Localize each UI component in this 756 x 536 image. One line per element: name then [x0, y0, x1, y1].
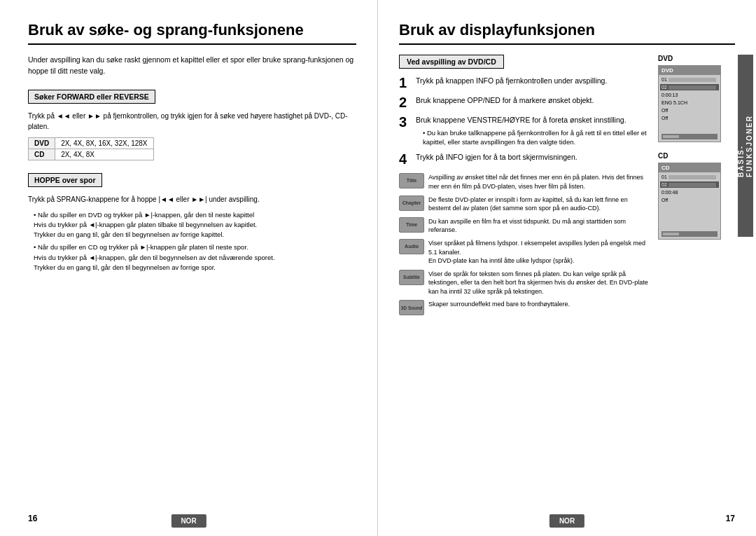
cd-display-box: CD 01 02 0:00:48 Off	[658, 163, 721, 240]
speeds-dvd: 2X, 4X, 8X, 16X, 32X, 128X	[55, 137, 153, 149]
section1-label: Søker FORWARD eller REVERSE	[28, 90, 155, 104]
dvd-row-bottom	[660, 133, 719, 140]
info-text-3dsound: Skaper surroundeffekt med bare to fronth…	[428, 300, 651, 309]
section2-text: Trykk på SPRANG-knappene for å hoppe |◄◄…	[28, 194, 356, 205]
speed-table: DVD 2X, 4X, 8X, 16X, 32X, 128X CD 2X, 4X…	[28, 137, 154, 160]
info-row-3dsound: 3D Sound Skaper surroundeffekt med bare …	[399, 300, 651, 315]
step-text-4: Trykk på INFO igjen for å ta bort skjerm…	[416, 152, 651, 163]
dvd-row-time: 0:00:13	[660, 92, 719, 98]
left-page: Bruk av søke- og sprang-funksjonene Unde…	[0, 0, 378, 536]
section1-text: Trykk på ◄◄ eller ►► på fjernkontrollen,…	[28, 111, 356, 132]
page-number-left: 16	[28, 514, 37, 523]
step-text-3: Bruk knappene VENSTRE/HØYRE for å foreta…	[416, 115, 651, 146]
step-1: 1 Trykk på knappen INFO på fjernkontroll…	[399, 76, 651, 90]
step-num-4: 4	[399, 152, 410, 166]
dvd-row-1: 01	[660, 76, 719, 83]
info-row-chapter: Chapter De fleste DVD-plater er innspilt…	[399, 195, 651, 213]
info-row-time: Time Du kan avspille en film fra et viss…	[399, 217, 651, 235]
bullet-list: • Når du spiller en DVD og trykker på ►|…	[28, 210, 356, 273]
dvd-row-off: Off	[660, 107, 719, 114]
bullet-1: • Når du spiller en DVD og trykker på ►|…	[34, 210, 356, 240]
bullet-2: • Når du spiller en CD og trykker på ►|-…	[34, 242, 356, 273]
audio-icon: Audio	[399, 239, 424, 254]
basis-label: BASIS-FUNKSJONER	[737, 115, 754, 177]
dvd-box-rows: 01 02 0:00:13 ENG 5.1CH Off Of	[659, 75, 720, 142]
step-4: 4 Trykk på INFO igjen for å ta bort skje…	[399, 152, 651, 166]
format-cd: CD	[29, 149, 55, 160]
right-title: Bruk av displayfunksjonen	[399, 21, 735, 45]
dvd-row-off2: Off	[660, 115, 719, 121]
cd-row-time: 0:00:48	[660, 189, 719, 195]
title-icon: Title	[399, 173, 424, 188]
section2-label: HOPPE over spor	[28, 173, 102, 187]
dvd-row-2: 02	[660, 84, 719, 90]
left-title: Bruk av søke- og sprang-funksjonene	[28, 21, 356, 45]
nor-badge-left: NOR	[171, 514, 206, 528]
right-main-content: Ved avspilling av DVD/CD 1 Trykk på knap…	[399, 55, 651, 522]
3dsound-icon: 3D Sound	[399, 300, 424, 315]
dvd-section-label: Ved avspilling av DVD/CD	[399, 55, 504, 69]
cd-row-bottom	[660, 231, 719, 238]
format-dvd: DVD	[29, 137, 55, 149]
cd-row-2: 02	[660, 181, 719, 188]
dvd-label: DVD	[658, 55, 735, 62]
time-icon: Time	[399, 217, 424, 233]
step-num-1: 1	[399, 76, 410, 90]
speeds-cd: 2X, 4X, 8X	[55, 149, 153, 160]
info-rows: Title Avspilling av ønsket tittel når de…	[399, 173, 651, 315]
cd-box-header: CD	[659, 163, 720, 172]
dvd-row-audio: ENG 5.1CH	[660, 99, 719, 106]
cd-row-off: Off	[660, 197, 719, 203]
cd-row-1: 01	[660, 174, 719, 180]
nor-badge-right: NOR	[550, 514, 584, 528]
page-number-right: 17	[726, 514, 735, 523]
right-sidebar: DVD DVD 01 02 0:00:13 ENG 5.1CH	[658, 55, 735, 522]
cd-label: CD	[658, 152, 735, 160]
step-num-2: 2	[399, 95, 410, 109]
section2: HOPPE over spor Trykk på SPRANG-knappene…	[28, 173, 356, 273]
step-3: 3 Bruk knappene VENSTRE/HØYRE for å fore…	[399, 115, 651, 146]
step3-sub: Du kan bruke tallknappene på fjernkontro…	[416, 128, 651, 147]
info-text-chapter: De fleste DVD-plater er innspilt i form …	[428, 195, 651, 213]
info-text-subtitle: Viser de språk for teksten som finnes på…	[428, 270, 651, 296]
step-text-1: Trykk på knappen INFO på fjernkontrollen…	[416, 76, 651, 87]
step-2: 2 Bruk knappene OPP/NED for å markere øn…	[399, 95, 651, 109]
cd-box-rows: 01 02 0:00:48 Off	[659, 172, 720, 239]
cd-section: CD CD 01 02 0:00:48	[658, 152, 735, 240]
step-num-3: 3	[399, 115, 410, 129]
step-text-2: Bruk knappene OPP/NED for å markere ønsk…	[416, 95, 651, 106]
chapter-icon: Chapter	[399, 195, 424, 211]
right-page: Bruk av displayfunksjonen Ved avspilling…	[378, 0, 756, 536]
table-row: DVD 2X, 4X, 8X, 16X, 32X, 128X	[29, 137, 154, 149]
subtitle-icon: Subtitle	[399, 270, 424, 285]
left-intro: Under avspilling kan du søke raskt gjenn…	[28, 55, 356, 77]
dvd-display-box: DVD 01 02 0:00:13 ENG 5.1CH Off	[658, 65, 721, 142]
info-text-time: Du kan avspille en film fra et visst tid…	[428, 217, 651, 235]
info-row-subtitle: Subtitle Viser de språk for teksten som …	[399, 270, 651, 296]
info-text-title: Avspilling av ønsket tittel når det finn…	[428, 173, 651, 191]
info-row-title: Title Avspilling av ønsket tittel når de…	[399, 173, 651, 191]
table-row: CD 2X, 4X, 8X	[29, 149, 154, 160]
info-text-audio: Viser språket på filmens lydspor. I ekse…	[428, 239, 651, 266]
info-row-audio: Audio Viser språket på filmens lydspor. …	[399, 239, 651, 266]
dvd-box-header: DVD	[659, 66, 720, 75]
basis-funksjoner-tab: BASIS-FUNKSJONER	[738, 55, 753, 237]
